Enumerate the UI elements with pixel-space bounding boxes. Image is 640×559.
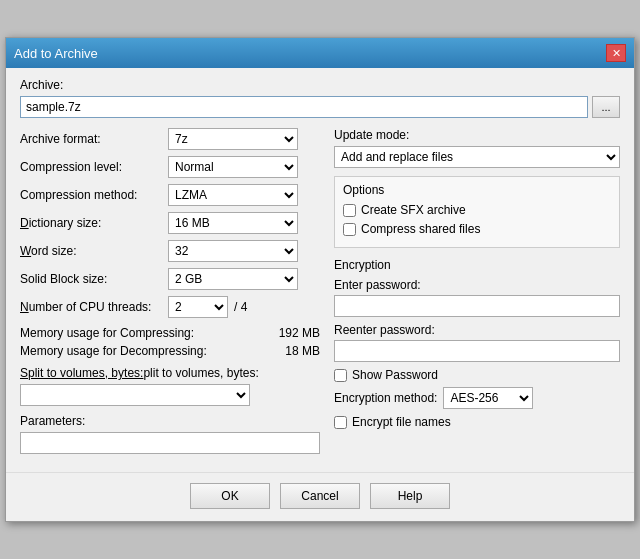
dictionary-size-label: Dictionary size:: [20, 216, 168, 230]
solid-block-size-select[interactable]: Non-solid 16 MB 512 MB 2 GB 4 GB: [168, 268, 298, 290]
params-label: Parameters:: [20, 414, 320, 428]
word-size-row: Word size: 8 16 32 64 128: [20, 240, 320, 262]
encryption-title: Encryption: [334, 258, 620, 272]
archive-label: Archive:: [20, 78, 620, 92]
help-button[interactable]: Help: [370, 483, 450, 509]
create-sfx-row: Create SFX archive: [343, 203, 611, 217]
cpu-max-label: / 4: [234, 300, 247, 314]
split-section: Split to volumes, bytes:plit to volumes,…: [20, 366, 320, 406]
archive-format-label: Archive format:: [20, 132, 168, 146]
compression-method-label: Compression method:: [20, 188, 168, 202]
dictionary-size-select[interactable]: 64 KB 1 MB 4 MB 16 MB 64 MB: [168, 212, 298, 234]
close-button[interactable]: ✕: [606, 44, 626, 62]
encrypt-filenames-label: Encrypt file names: [352, 415, 451, 429]
compression-level-row: Compression level: Store Fastest Fast No…: [20, 156, 320, 178]
memory-section: Memory usage for Compressing: 192 MB Mem…: [20, 326, 320, 358]
main-columns: Archive format: 7z zip tar gz Compressio…: [20, 128, 620, 454]
compress-shared-row: Compress shared files: [343, 222, 611, 236]
encrypt-filenames-row: Encrypt file names: [334, 415, 620, 429]
dialog-title: Add to Archive: [14, 46, 98, 61]
create-sfx-checkbox[interactable]: [343, 204, 356, 217]
split-select[interactable]: [20, 384, 250, 406]
cancel-button[interactable]: Cancel: [280, 483, 360, 509]
enter-password-label: Enter password:: [334, 278, 620, 292]
memory-decompressing-value: 18 MB: [260, 344, 320, 358]
show-password-row: Show Password: [334, 368, 620, 382]
memory-compressing-row: Memory usage for Compressing: 192 MB: [20, 326, 320, 340]
compression-method-select[interactable]: LZMA LZMA2 PPMd BZip2: [168, 184, 298, 206]
dictionary-size-row: Dictionary size: 64 KB 1 MB 4 MB 16 MB 6…: [20, 212, 320, 234]
compression-level-label: Compression level:: [20, 160, 168, 174]
update-mode-select[interactable]: Add and replace files Update and add fil…: [334, 146, 620, 168]
memory-compressing-value: 192 MB: [260, 326, 320, 340]
compression-method-row: Compression method: LZMA LZMA2 PPMd BZip…: [20, 184, 320, 206]
split-label-rest: plit to volumes, bytes:: [143, 366, 258, 380]
params-section: Parameters:: [20, 414, 320, 454]
encrypt-filenames-checkbox[interactable]: [334, 416, 347, 429]
update-mode-label: Update mode:: [334, 128, 620, 142]
left-column: Archive format: 7z zip tar gz Compressio…: [20, 128, 320, 454]
cpu-threads-select[interactable]: 1 2 3 4: [168, 296, 228, 318]
compress-shared-checkbox[interactable]: [343, 223, 356, 236]
options-group: Options Create SFX archive Compress shar…: [334, 176, 620, 248]
ok-button[interactable]: OK: [190, 483, 270, 509]
reenter-password-label: Reenter password:: [334, 323, 620, 337]
dialog-footer: OK Cancel Help: [6, 472, 634, 521]
archive-format-row: Archive format: 7z zip tar gz: [20, 128, 320, 150]
archive-format-select[interactable]: 7z zip tar gz: [168, 128, 298, 150]
dialog-window: Add to Archive ✕ Archive: ... Archive fo…: [5, 37, 635, 522]
dialog-body: Archive: ... Archive format: 7z zip tar …: [6, 68, 634, 464]
memory-compressing-label: Memory usage for Compressing:: [20, 326, 194, 340]
cpu-row: 1 2 3 4 / 4: [168, 296, 247, 318]
enc-method-label: Encryption method:: [334, 391, 437, 405]
split-label: Split to volumes, bytes:: [20, 366, 143, 380]
options-group-title: Options: [343, 183, 611, 197]
right-column: Update mode: Add and replace files Updat…: [334, 128, 620, 454]
word-size-select[interactable]: 8 16 32 64 128: [168, 240, 298, 262]
show-password-checkbox[interactable]: [334, 369, 347, 382]
encryption-section: Encryption Enter password: Reenter passw…: [334, 258, 620, 429]
memory-decompressing-label: Memory usage for Decompressing:: [20, 344, 207, 358]
params-input[interactable]: [20, 432, 320, 454]
memory-decompressing-row: Memory usage for Decompressing: 18 MB: [20, 344, 320, 358]
cpu-threads-label: Number of CPU threads:: [20, 300, 168, 314]
enc-method-row: Encryption method: AES-256 ZipCrypto: [334, 387, 620, 409]
create-sfx-label: Create SFX archive: [361, 203, 466, 217]
archive-input[interactable]: [20, 96, 588, 118]
split-input-row: [20, 384, 320, 406]
archive-row: ...: [20, 96, 620, 118]
show-password-label: Show Password: [352, 368, 438, 382]
browse-button[interactable]: ...: [592, 96, 620, 118]
cpu-threads-row: Number of CPU threads: 1 2 3 4 / 4: [20, 296, 320, 318]
title-bar: Add to Archive ✕: [6, 38, 634, 68]
solid-block-size-label: Solid Block size:: [20, 272, 168, 286]
enter-password-input[interactable]: [334, 295, 620, 317]
reenter-password-input[interactable]: [334, 340, 620, 362]
word-size-label: Word size:: [20, 244, 168, 258]
compression-level-select[interactable]: Store Fastest Fast Normal Maximum Ultra: [168, 156, 298, 178]
solid-block-size-row: Solid Block size: Non-solid 16 MB 512 MB…: [20, 268, 320, 290]
enc-method-select[interactable]: AES-256 ZipCrypto: [443, 387, 533, 409]
compress-shared-label: Compress shared files: [361, 222, 480, 236]
